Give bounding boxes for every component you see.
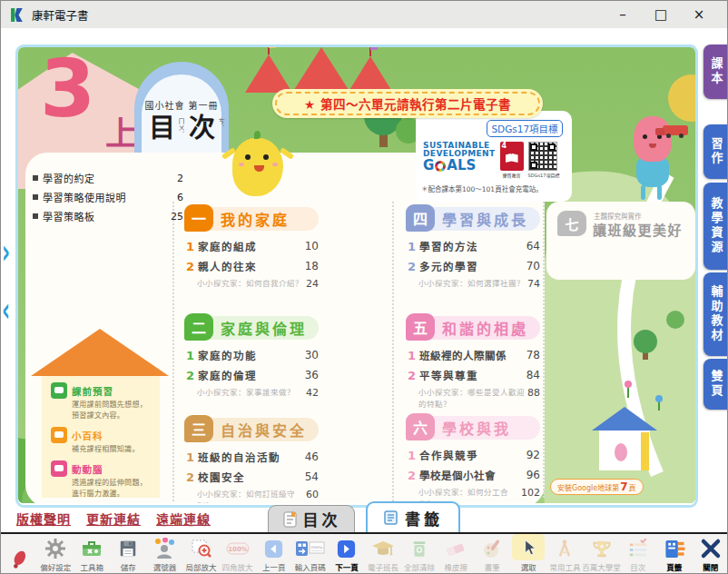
toc-ruby: ㄇㄨˋ (176, 118, 185, 134)
lesson-row[interactable]: 1 家庭的組成 10 (186, 239, 319, 253)
sdgs-goals-button[interactable]: SDGs17項目標 (487, 120, 563, 137)
lesson-row[interactable]: 1 家庭的功能 30 (186, 348, 319, 362)
unit-2-section: 家庭與倫理 二 1 家庭的功能 30 2 家庭的倫理 36 小小探究家：家事 (184, 313, 319, 399)
sdg4-block: 4 優質教育 (500, 142, 524, 178)
bottom-toolbar: 偏好設定 工具箱 儲存 選號器 局部放大 100% 四角放大 (1, 532, 728, 574)
unit-number-badge: 二 (184, 313, 213, 341)
google-earth-pill[interactable]: 安裝Google地球 第 7 頁 (550, 479, 644, 495)
save-icon (118, 537, 138, 560)
toolbar-eraser[interactable]: 橡皮擦 (438, 534, 474, 574)
unit-1-section: 我的家庭 一 1 家庭的組成 10 2 親人的往來 18 小小探究家：如何自 (184, 204, 319, 290)
toolbar-prev-page[interactable]: 上一頁 (256, 534, 292, 574)
compass-icon (555, 537, 575, 560)
toc-list-icon (627, 537, 649, 560)
minimize-button[interactable]: – (604, 1, 642, 28)
toolbar-common-tools[interactable]: 常用工具 (546, 534, 583, 574)
toolbar-clear-all[interactable]: 全部清除 (401, 534, 438, 574)
remote-connection-link[interactable]: 遠端連線 (156, 510, 211, 528)
tab-auxiliary-materials[interactable]: 輔助教材 (703, 272, 728, 356)
explore-row[interactable]: 小小探究家：如何訂班級守則？ 60 (197, 489, 319, 503)
unit-7-title[interactable]: 讓班級更美好 (593, 220, 683, 239)
toolbar-number-picker[interactable]: 選號器 (146, 534, 182, 574)
toolbar-toolbox[interactable]: 工具箱 (74, 534, 110, 574)
app-window: 康軒電子書 – □ × (0, 0, 728, 574)
toolbar-zoom-area[interactable]: 局部放大 (182, 534, 219, 574)
unit-number-badge: 一 (184, 204, 213, 232)
lesson-row[interactable]: 1 班級的自治活動 46 (186, 450, 319, 464)
tab-double-page[interactable]: 雙頁 (703, 359, 728, 410)
lesson-row[interactable]: 1 班級裡的人際關係 78 (408, 348, 540, 362)
toolbar-page-tabs[interactable]: 頁籤 (656, 534, 693, 574)
lesson-row[interactable]: 1 學習的方法 64 (408, 239, 540, 253)
tab-textbook[interactable]: 課本 (703, 45, 728, 99)
legend-item: 動動腦 透過課程的延伸問題，進行腦力激盪。 (51, 460, 152, 500)
close-button[interactable]: × (680, 1, 718, 28)
lesson-row[interactable]: 2 學校是個小社會 96 (408, 468, 540, 482)
zoom-corners-icon: 100% (226, 537, 250, 560)
trophy-icon (591, 537, 613, 560)
toolbar-page-input[interactable]: menu 輸入頁碼 (292, 534, 329, 574)
page-back-arrow[interactable]: ‹ (2, 293, 10, 327)
update-link[interactable]: 更新連結 (86, 510, 141, 528)
prev-page-icon (263, 537, 284, 560)
tab-teaching-resources[interactable]: 教學資源 (703, 183, 728, 270)
sdgs-goals-text: G (423, 159, 434, 173)
maximize-button[interactable]: □ (642, 1, 680, 28)
window-title: 康軒電子書 (32, 6, 89, 24)
front-matter-item: 學習的約定 2 (33, 171, 183, 185)
lesson-row[interactable]: 2 多元的學習 70 (408, 259, 540, 273)
unit-number-badge: 五 (406, 313, 435, 341)
unit-5-section: 和諧的相處 五 1 班級裡的人際關係 78 2 平等與尊重 84 小小探究家 (406, 313, 540, 411)
lesson-row[interactable]: 2 平等與尊重 84 (408, 368, 540, 382)
unit-4-section: 學習與成長 四 1 學習的方法 64 2 多元的學習 70 小小探究家：如何 (406, 204, 540, 290)
lesson-row[interactable]: 2 家庭的倫理 36 (186, 368, 319, 382)
tab-toc[interactable]: 目次 (268, 505, 355, 532)
grade-semester: 上 (105, 107, 138, 154)
svg-text:menu: menu (310, 545, 322, 549)
toolbar-close[interactable]: 關閉 (693, 534, 728, 574)
select-cursor-icon (512, 534, 545, 560)
toolbar-laser-pointer[interactable] (1, 534, 37, 574)
bullet-icon (33, 175, 38, 181)
lesson-row[interactable]: 2 親人的往來 18 (186, 259, 319, 273)
legend-icon (51, 460, 67, 477)
page-forward-arrow[interactable]: › (2, 235, 10, 269)
toolbar-class-monitor[interactable]: 電子班長 (365, 534, 401, 574)
footer-links: 版權聲明 更新連結 遠端連線 (16, 510, 211, 528)
app-logo-icon (10, 7, 25, 23)
notice-banner: ★ 第四～六單元請執行第二片電子書 (272, 89, 543, 118)
book-icon (506, 153, 518, 163)
tab-workbook[interactable]: 習作 (703, 124, 728, 179)
explore-row[interactable]: 小小探究家：如何自我介紹？ 24 (197, 278, 319, 290)
grade-number: 3 (40, 49, 95, 129)
lesson-row[interactable]: 2 校園安全 54 (186, 470, 319, 484)
sdgs-note: ＊配合課本第100～101頁社會充電站。 (421, 183, 543, 193)
explore-row[interactable]: 小小探究家：如何選擇社團？ 74 (418, 278, 540, 290)
tab-bookmarks[interactable]: 書籤 (366, 501, 460, 532)
legend-item: 小百科 補充課程相關知識。 (51, 427, 152, 455)
toolbar-paint-brush[interactable]: 畫筆 (474, 534, 510, 574)
eraser-icon (445, 537, 467, 560)
toolbar-select[interactable]: 選取 (510, 534, 546, 574)
explore-row[interactable]: 小小探究家：家事誰來做？ 42 (197, 387, 319, 399)
bullet-icon (33, 213, 38, 219)
toolbar-quiz-academy[interactable]: 百萬大學堂 (584, 534, 620, 574)
front-matter-item: 學習策略使用說明 6 (33, 190, 183, 204)
copyright-link[interactable]: 版權聲明 (16, 510, 71, 528)
gear-icon (44, 537, 66, 560)
unit-3-section: 自治與安全 三 1 班級的自治活動 46 2 校園安全 54 小小探究家：如 (184, 415, 319, 503)
toolbar-preferences[interactable]: 偏好設定 (37, 534, 74, 574)
explore-row[interactable]: 小小探究家：哪些是受人歡迎的特點？ 88 (418, 387, 540, 411)
page-input-icon: menu (295, 537, 326, 560)
series-label: 國小社會 第一冊 (142, 98, 221, 112)
legend-house: 課前預習 運用課前問題先想想，預習課文內容。 小百科 補充課程相關知識。 (42, 376, 160, 498)
legend-house-roof-art (31, 329, 169, 376)
lesson-row[interactable]: 1 合作與競爭 92 (408, 448, 540, 462)
graduation-cap-icon (371, 537, 395, 560)
close-x-icon (700, 537, 722, 560)
next-page-icon (336, 537, 357, 560)
toolbar-toc[interactable]: 目次 (620, 534, 656, 574)
toolbar-next-page[interactable]: 下一頁 (329, 534, 365, 574)
toolbar-zoom-corners[interactable]: 100% 四角放大 (220, 534, 256, 574)
toolbar-save[interactable]: 儲存 (110, 534, 146, 574)
